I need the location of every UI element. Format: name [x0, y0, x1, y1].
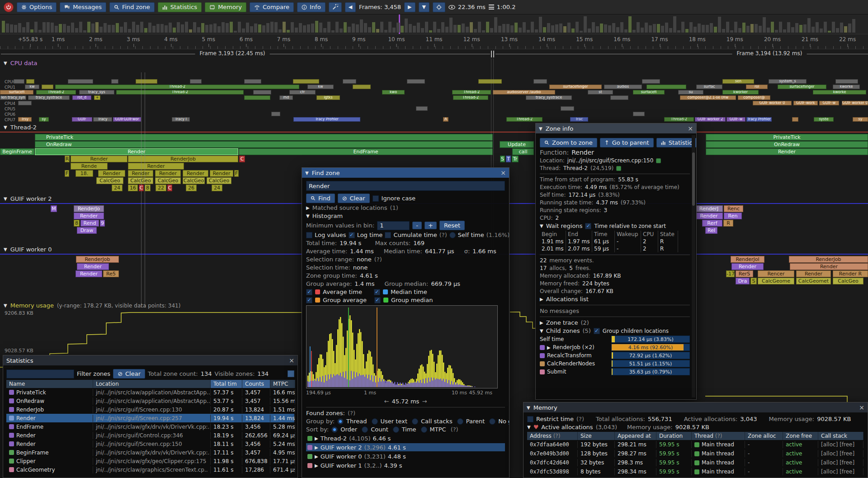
frame-bar[interactable]	[91, 24, 94, 33]
frame-bar[interactable]	[840, 23, 843, 33]
frame-bar[interactable]	[67, 26, 70, 33]
frame-bar[interactable]	[637, 22, 640, 33]
frame-bar[interactable]	[156, 24, 160, 33]
histogram-section-label[interactable]: Histogram	[312, 213, 343, 219]
cpu-zone[interactable]	[42, 85, 53, 89]
frame-bar[interactable]	[242, 28, 245, 33]
frame-bar[interactable]	[608, 25, 611, 33]
frame-bar[interactable]	[413, 26, 416, 33]
frame-bar[interactable]	[836, 28, 839, 33]
scrollbar[interactable]	[692, 135, 695, 398]
frame-bar[interactable]	[429, 30, 432, 33]
frame-bar[interactable]	[128, 29, 131, 33]
close-icon[interactable]: ×	[688, 125, 693, 132]
frame-bar[interactable]	[226, 23, 229, 33]
cpu-zone-guif-worker-0[interactable]: GUIF worker 0	[753, 101, 792, 105]
group-by-parent-radio[interactable]	[457, 418, 463, 425]
frame-3193-label[interactable]: Frame 3,193 (22.45 ms)	[195, 50, 270, 57]
zone-calcgeo[interactable]: CalcGeo	[155, 177, 181, 184]
cpu-zone-guif-worker-0[interactable]: GUIF worker 0	[842, 101, 868, 105]
frame-bar[interactable]	[193, 22, 196, 33]
allocation-row[interactable]: 0x7dfaa64e00192 bytes298.21 ms59.95 sMai…	[527, 440, 864, 449]
zone-update[interactable]: Update	[500, 141, 534, 148]
cpu-zone-kworke[interactable]: kworke	[813, 90, 866, 95]
frame-bar[interactable]	[563, 26, 566, 33]
cpu-zone-composer-2-1-se-hw[interactable]: composer@2.1-se (Hw	[680, 95, 736, 100]
zone-18-[interactable]: 18.	[75, 170, 93, 177]
frame-bar[interactable]	[181, 24, 184, 33]
frame-bar[interactable]	[136, 25, 139, 33]
zone-24[interactable]: 24	[112, 185, 123, 191]
frame-bar[interactable]	[681, 22, 684, 33]
frame-bar[interactable]	[344, 22, 347, 33]
zone-r[interactable]: R	[723, 220, 733, 227]
frame-bar[interactable]	[368, 27, 371, 33]
cpu-zone-thread-2[interactable]: Thread-2	[55, 85, 299, 89]
frame-bar[interactable]	[506, 24, 509, 33]
frame-bar[interactable]	[83, 30, 86, 33]
col-time[interactable]: Time	[592, 231, 615, 238]
frame-bar[interactable]	[596, 26, 599, 33]
frame-bar[interactable]	[759, 26, 762, 33]
cpu-zone[interactable]	[478, 79, 502, 84]
cpu-zone-trac[interactable]: Trac	[570, 117, 588, 122]
child-zone-recalctransform[interactable]: RecalcTransform72.92 µs (1.62%)	[540, 352, 690, 359]
cpu-zone-tracy-systrace[interactable]: tracy_systrace	[526, 95, 572, 100]
frame-bar[interactable]	[600, 24, 603, 33]
cpu-zone-thread-2[interactable]: Thread-2	[452, 90, 491, 95]
collapse-icon[interactable]: ▼	[540, 223, 543, 228]
zone-re5[interactable]: Re5	[103, 270, 119, 277]
found-group-thread-2[interactable]: ▶Thread-2(4,105)6.46 s	[306, 434, 505, 442]
zone-render[interactable]: Render	[128, 170, 153, 177]
frame-bar[interactable]	[274, 22, 278, 33]
frame-bar[interactable]	[519, 28, 522, 33]
frame-bar[interactable]	[702, 25, 705, 33]
zone-t[interactable]: T	[506, 156, 511, 162]
cpu-zone[interactable]	[293, 79, 319, 84]
sort-by-order-radio[interactable]	[331, 426, 338, 433]
frame-bar[interactable]	[824, 22, 827, 33]
frame-bar[interactable]	[799, 25, 802, 33]
frame-bar[interactable]	[445, 27, 448, 33]
frame-bar[interactable]	[738, 28, 741, 33]
zoom-to-zone-button[interactable]: Zoom to zone	[540, 138, 597, 147]
col-total-time[interactable]: Total tim	[211, 380, 242, 388]
wait-region-row[interactable]: 1.91 ms1.97 ms61 µs-2R	[540, 238, 690, 245]
frame-bar[interactable]	[315, 21, 318, 33]
frame-bar[interactable]	[14, 25, 17, 33]
cpu-zone[interactable]	[642, 79, 660, 84]
cpu-zone-kwo[interactable]: kwo	[382, 90, 405, 95]
frame-bar[interactable]	[87, 22, 90, 33]
allocation-row[interactable]: 0x7dfc42d64032 bytes298.3 ms59.95 sMain …	[527, 458, 864, 467]
frame-bar[interactable]	[331, 30, 335, 33]
frame-bar[interactable]	[51, 23, 54, 33]
zone-render[interactable]: Render	[695, 213, 723, 219]
zone-onredraw[interactable]: OnRedraw	[706, 141, 868, 148]
frame-bar[interactable]	[291, 22, 294, 33]
zone-16[interactable]: 16	[128, 185, 138, 191]
zone-render[interactable]: Render	[77, 263, 109, 270]
close-icon[interactable]: ×	[500, 170, 506, 176]
cpu-zone[interactable]	[136, 79, 157, 84]
frame-bar[interactable]	[307, 24, 310, 33]
zone-rerf[interactable]: Rerf	[702, 220, 722, 227]
frame-bar[interactable]	[299, 23, 302, 33]
collapse-icon[interactable]: ▼	[306, 213, 310, 218]
scrollbar[interactable]	[288, 370, 294, 377]
stats-row-render[interactable]: Renderjni/../jni/src/guif/Screen.cpp:257…	[6, 414, 294, 422]
cpu-zone-tracy-sys[interactable]: tracy_sys	[79, 90, 114, 95]
col-name[interactable]: Name	[6, 380, 93, 388]
zone--17[interactable]: -17	[726, 270, 735, 277]
thread-header-2[interactable]: ▼ GUIF worker 0	[4, 246, 52, 253]
stats-row-endframe[interactable]: EndFramejni/../jni/src/claw/gfx/drv/vk/D…	[6, 422, 294, 431]
frame-bar[interactable]	[811, 27, 815, 33]
close-icon[interactable]: ×	[289, 357, 294, 364]
group-by-user-text-radio[interactable]	[372, 418, 378, 425]
zone-render[interactable]: Render	[796, 270, 831, 277]
zone-render[interactable]: Render	[183, 170, 208, 177]
cpu-zone[interactable]	[343, 79, 356, 84]
cpu-zone[interactable]	[244, 95, 270, 100]
frame-bar[interactable]	[490, 28, 493, 33]
cpu-zone-surfacefl[interactable]: surfacefl	[0, 90, 33, 95]
zone-c[interactable]: C	[239, 156, 245, 162]
